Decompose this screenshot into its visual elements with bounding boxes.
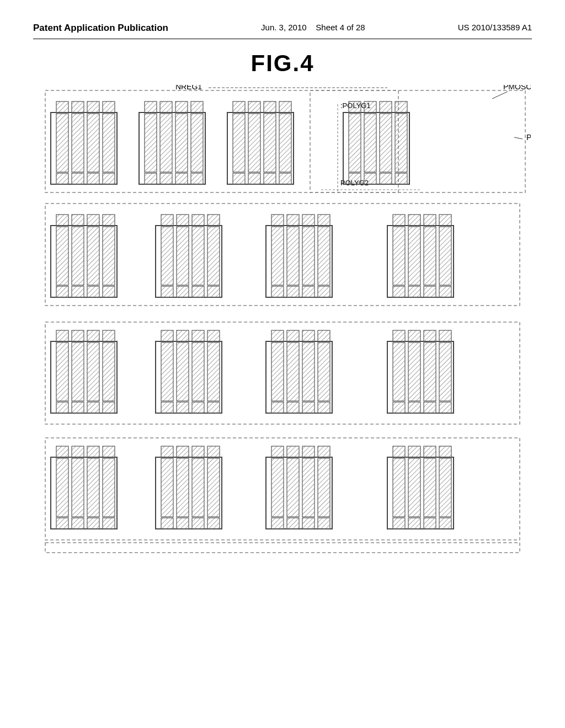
svg-rect-26 [160, 114, 172, 172]
svg-rect-85 [207, 227, 220, 285]
svg-rect-102 [393, 227, 405, 285]
svg-rect-118 [72, 330, 84, 341]
svg-rect-92 [287, 227, 299, 285]
svg-rect-175 [87, 458, 99, 517]
svg-rect-174 [87, 446, 99, 457]
svg-rect-52 [364, 114, 376, 172]
svg-rect-23 [145, 114, 157, 172]
svg-rect-115 [56, 330, 68, 341]
svg-rect-164 [439, 342, 451, 401]
svg-rect-173 [72, 518, 84, 529]
svg-rect-81 [192, 215, 204, 226]
svg-rect-160 [424, 330, 436, 341]
svg-rect-15 [87, 101, 99, 113]
svg-rect-219 [45, 543, 520, 553]
svg-rect-33 [191, 173, 203, 184]
svg-rect-216 [439, 446, 451, 457]
svg-rect-25 [160, 101, 172, 113]
patent-number: US 2010/133589 A1 [458, 22, 532, 33]
svg-rect-13 [72, 114, 84, 172]
svg-rect-217 [439, 458, 451, 517]
svg-rect-98 [318, 227, 330, 285]
svg-rect-16 [87, 114, 99, 172]
svg-rect-215 [424, 518, 436, 529]
svg-rect-154 [393, 330, 405, 341]
svg-rect-142 [271, 342, 284, 401]
svg-rect-86 [207, 286, 220, 297]
svg-rect-70 [87, 286, 99, 297]
svg-line-5 [492, 92, 508, 99]
svg-rect-188 [192, 458, 204, 517]
svg-rect-122 [87, 342, 99, 401]
row3-group4 [387, 330, 454, 413]
svg-rect-204 [318, 458, 330, 517]
svg-rect-172 [72, 458, 84, 517]
svg-rect-41 [264, 101, 276, 113]
date-sheet: Jun. 3, 2010 Sheet 4 of 28 [261, 22, 365, 33]
svg-rect-66 [72, 227, 84, 285]
svg-rect-97 [318, 215, 330, 226]
svg-rect-155 [393, 342, 405, 401]
svg-rect-82 [192, 227, 204, 285]
svg-rect-72 [103, 227, 115, 285]
svg-rect-54 [380, 101, 392, 113]
figure-title: FIG.4 [33, 50, 532, 77]
svg-rect-63 [56, 227, 68, 285]
row2-group2 [156, 215, 222, 297]
svg-rect-56 [380, 173, 392, 184]
svg-rect-35 [233, 101, 245, 113]
svg-rect-218 [439, 518, 451, 529]
svg-rect-14 [72, 173, 84, 184]
svg-rect-200 [302, 446, 315, 457]
svg-rect-40 [248, 173, 260, 184]
svg-rect-182 [161, 458, 173, 517]
svg-rect-84 [207, 215, 220, 226]
svg-rect-89 [271, 227, 284, 285]
svg-rect-183 [161, 518, 173, 529]
row3-group3 [266, 330, 332, 413]
svg-rect-44 [279, 101, 291, 113]
svg-rect-139 [207, 402, 220, 413]
svg-rect-186 [177, 518, 189, 529]
svg-rect-168 [56, 446, 68, 457]
svg-rect-133 [177, 402, 189, 413]
svg-rect-176 [87, 518, 99, 529]
row4-group3 [266, 446, 332, 529]
svg-rect-148 [302, 342, 315, 401]
svg-rect-177 [103, 446, 115, 457]
svg-rect-212 [408, 518, 420, 529]
svg-rect-18 [103, 101, 115, 113]
svg-rect-135 [192, 342, 204, 401]
svg-rect-64 [56, 286, 68, 297]
page: Patent Application Publication Jun. 3, 2… [0, 0, 565, 728]
svg-rect-62 [56, 215, 68, 226]
svg-rect-51 [364, 101, 376, 113]
svg-rect-192 [207, 518, 220, 529]
publication-label: Patent Application Publication [33, 22, 168, 34]
svg-rect-165 [439, 402, 451, 413]
svg-rect-201 [302, 458, 315, 517]
svg-rect-79 [177, 227, 189, 285]
fig4-diagram: NREG1 PREG1 PMOSC2 :POLYG1 POLYG2 [34, 85, 531, 692]
svg-rect-141 [271, 330, 284, 341]
preg1-label: PREG1 [526, 133, 531, 142]
svg-rect-42 [264, 114, 276, 172]
svg-rect-90 [271, 286, 284, 297]
svg-rect-178 [103, 458, 115, 517]
svg-rect-22 [145, 101, 157, 113]
svg-rect-95 [302, 227, 315, 285]
svg-rect-57 [395, 101, 407, 113]
svg-rect-117 [56, 402, 68, 413]
svg-rect-55 [380, 114, 392, 172]
svg-rect-105 [408, 227, 420, 285]
svg-rect-11 [56, 173, 68, 184]
svg-rect-184 [177, 446, 189, 457]
svg-rect-108 [424, 227, 436, 285]
row4-group4 [387, 446, 454, 529]
svg-rect-106 [408, 286, 420, 297]
svg-rect-137 [207, 330, 220, 341]
svg-rect-69 [87, 227, 99, 285]
row2-group1 [51, 215, 117, 297]
svg-rect-107 [424, 215, 436, 226]
svg-rect-208 [393, 458, 405, 517]
